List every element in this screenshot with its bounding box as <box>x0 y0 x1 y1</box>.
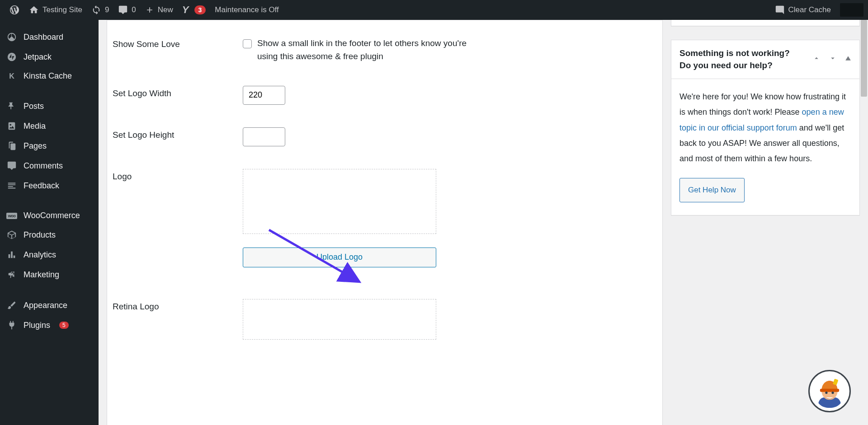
sidebar-item-kinsta[interactable]: K Kinsta Cache <box>0 67 99 85</box>
sidebar-label: Kinsta Cache <box>24 71 72 81</box>
svg-point-6 <box>825 392 827 394</box>
sidebar-item-jetpack[interactable]: Jetpack <box>0 47 99 67</box>
sidebar-label: Feedback <box>24 181 59 191</box>
sidebar-item-plugins[interactable]: Plugins 5 <box>0 315 99 335</box>
svg-point-0 <box>8 53 16 61</box>
wordpress-icon <box>9 5 20 15</box>
analytics-icon <box>6 249 17 260</box>
site-title: Testing Site <box>42 5 82 14</box>
sidebar-label: Appearance <box>24 301 67 310</box>
settings-form: Show Some Love Show a small link in the … <box>107 20 663 425</box>
label-show-love: Show Some Love <box>113 37 243 49</box>
wp-menu[interactable] <box>5 0 24 20</box>
worker-avatar-icon <box>810 371 849 411</box>
update-icon <box>91 5 101 15</box>
comments-link[interactable]: 0 <box>113 0 140 20</box>
new-content-link[interactable]: New <box>141 0 178 20</box>
svg-rect-4 <box>820 389 839 392</box>
updates-count: 9 <box>105 5 109 14</box>
scrollbar[interactable] <box>860 20 868 425</box>
sidebar-item-woocommerce[interactable]: woo WooCommerce <box>0 206 99 225</box>
help-body: We're here for you! We know how frustrat… <box>671 79 859 215</box>
label-logo-width: Set Logo Width <box>113 86 243 98</box>
yoast-icon: Y <box>182 4 189 16</box>
comments-count: 0 <box>132 5 136 14</box>
clear-cache-link[interactable]: Clear Cache <box>770 5 836 15</box>
sidebar-label: Dashboard <box>24 33 63 42</box>
sidebar-label: Analytics <box>24 250 56 260</box>
sidebar-item-products[interactable]: Products <box>0 225 99 245</box>
sidebar-item-pages[interactable]: Pages <box>0 136 99 156</box>
row-logo-height: Set Logo Height <box>113 127 657 146</box>
sidebar-label: Plugins <box>24 321 50 330</box>
new-label: New <box>158 5 173 14</box>
checkbox-show-love[interactable] <box>243 39 252 48</box>
main-content: Show Some Love Show a small link in the … <box>99 0 868 425</box>
feedback-icon <box>6 180 17 191</box>
retina-logo-dropzone[interactable] <box>243 299 436 340</box>
support-avatar-button[interactable] <box>808 370 851 412</box>
row-show-love: Show Some Love Show a small link in the … <box>113 37 657 63</box>
help-title: Something is not working? Do you need ou… <box>679 47 790 71</box>
site-link[interactable]: Testing Site <box>24 0 87 20</box>
metabox-toggle[interactable] <box>845 54 851 65</box>
sidebar-label: Marketing <box>24 270 59 280</box>
comments-icon <box>6 160 17 171</box>
megaphone-icon <box>6 269 17 280</box>
maintenance-text: Maintenance is Off <box>215 5 278 14</box>
sidebar-item-comments[interactable]: Comments <box>0 156 99 176</box>
sidebar-label: Media <box>24 121 46 131</box>
woo-icon: woo <box>6 213 17 219</box>
mystery-button[interactable] <box>840 3 863 17</box>
logo-dropzone[interactable] <box>243 169 436 234</box>
cache-icon <box>775 5 785 15</box>
plugins-icon <box>6 320 17 331</box>
pages-icon <box>6 140 17 151</box>
metabox-move-up[interactable] <box>812 54 821 65</box>
sidebar-label: Pages <box>24 141 47 151</box>
products-icon <box>6 229 17 240</box>
metabox-move-down[interactable] <box>829 54 837 65</box>
updates-link[interactable]: 9 <box>87 0 113 20</box>
label-logo: Logo <box>113 169 243 182</box>
sidebar-item-posts[interactable]: Posts <box>0 96 99 116</box>
sidebar-label: Products <box>24 230 56 240</box>
maintenance-link[interactable]: Maintenance is Off <box>210 0 283 20</box>
jetpack-icon <box>6 51 17 62</box>
yoast-link[interactable]: Y 3 <box>178 0 210 20</box>
upload-logo-button[interactable]: Upload Logo <box>243 248 436 267</box>
label-retina-logo: Retina Logo <box>113 299 243 312</box>
sidebar-item-feedback[interactable]: Feedback <box>0 176 99 196</box>
sidebar-label: Comments <box>24 161 63 171</box>
media-icon <box>6 121 17 131</box>
sidebar-item-marketing[interactable]: Marketing <box>0 265 99 285</box>
prev-metabox-edge <box>671 20 860 26</box>
input-logo-height[interactable] <box>243 127 285 146</box>
sidebar-label: Jetpack <box>24 52 52 62</box>
label-logo-height: Set Logo Height <box>113 127 243 140</box>
clear-cache-text: Clear Cache <box>788 5 831 14</box>
brush-icon <box>6 300 17 311</box>
sidebar-item-dashboard[interactable]: Dashboard <box>0 27 99 47</box>
input-logo-width[interactable] <box>243 86 285 105</box>
row-logo-width: Set Logo Width <box>113 86 657 105</box>
get-help-button[interactable]: Get Help Now <box>679 178 745 202</box>
admin-toolbar: Testing Site 9 0 New Y 3 Maintenance is … <box>0 0 868 20</box>
help-metabox: Something is not working? Do you need ou… <box>671 40 860 215</box>
row-retina-logo: Retina Logo <box>113 299 657 340</box>
plus-icon <box>145 5 154 14</box>
admin-sidebar: Dashboard Jetpack K Kinsta Cache Posts M… <box>0 20 99 425</box>
sidebar-item-analytics[interactable]: Analytics <box>0 245 99 265</box>
kinsta-icon: K <box>6 72 17 80</box>
row-logo: Logo Upload Logo <box>113 169 657 267</box>
sidebar-label: Posts <box>24 102 44 111</box>
pin-icon <box>6 101 17 112</box>
sidebar-item-media[interactable]: Media <box>0 116 99 136</box>
plugins-count-badge: 5 <box>59 322 69 329</box>
yoast-badge: 3 <box>194 5 206 14</box>
home-icon <box>29 5 39 15</box>
scrollbar-thumb[interactable] <box>861 20 867 97</box>
sidebar-item-appearance[interactable]: Appearance <box>0 295 99 315</box>
text-show-love: Show a small link in the footer to let o… <box>257 37 470 63</box>
dashboard-icon <box>6 32 17 42</box>
